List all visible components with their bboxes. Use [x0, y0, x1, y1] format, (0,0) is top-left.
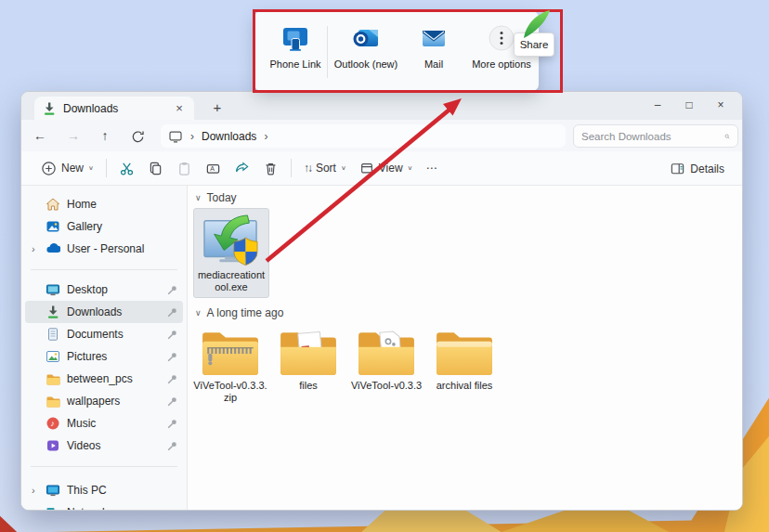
- rename-button[interactable]: A: [199, 155, 228, 181]
- section-header-label: Today: [207, 191, 237, 204]
- navigation-bar: ← → ↑ › Downloads ›: [21, 120, 742, 151]
- file-name: files: [298, 378, 319, 396]
- tab-close-icon[interactable]: ×: [172, 101, 187, 115]
- sidebar-item-wallpapers[interactable]: wallpapers: [25, 390, 183, 412]
- rename-icon: A: [205, 161, 221, 176]
- share-button[interactable]: [228, 155, 256, 181]
- view-icon: [359, 161, 374, 175]
- forward-button[interactable]: →: [62, 125, 85, 146]
- chevron-down-icon: ∨: [341, 164, 346, 171]
- network-icon: [46, 505, 60, 510]
- sort-icon: ↑↓: [304, 162, 311, 175]
- pin-icon: [165, 305, 179, 319]
- share-target-phone-link[interactable]: Phone Link: [258, 24, 332, 70]
- sidebar-item-network[interactable]: › Network: [25, 501, 183, 510]
- cut-button[interactable]: [112, 155, 141, 181]
- new-button[interactable]: New ∨: [34, 155, 100, 181]
- navigation-pane: Home Gallery › User - Personal: [21, 186, 188, 510]
- sidebar-item-label: Downloads: [67, 305, 159, 318]
- share-target-label: More options: [472, 58, 531, 70]
- sidebar-item-label: Documents: [67, 328, 159, 341]
- back-button[interactable]: ←: [29, 125, 51, 146]
- share-target-label: Mail: [424, 58, 443, 70]
- new-button-label: New: [61, 162, 84, 175]
- sidebar-item-label: Gallery: [67, 220, 183, 233]
- home-icon: [46, 197, 60, 212]
- expander-chevron-icon[interactable]: ›: [32, 243, 35, 254]
- maximize-button[interactable]: □: [673, 94, 705, 116]
- sidebar-item-desktop[interactable]: Desktop: [25, 279, 183, 301]
- search-input[interactable]: [581, 131, 724, 142]
- sidebar-item-label: between_pcs: [67, 372, 159, 385]
- address-bar[interactable]: › Downloads ›: [161, 124, 566, 148]
- new-tab-button[interactable]: +: [207, 98, 228, 117]
- expander-chevron-icon[interactable]: ›: [32, 485, 35, 496]
- downloads-icon: [46, 305, 60, 319]
- flyout-divider: [327, 26, 328, 78]
- folder-with-exe-icon: [356, 328, 417, 378]
- share-icon: [234, 161, 250, 176]
- more-options-icon: [488, 24, 515, 52]
- details-pane-icon: [670, 161, 685, 176]
- sidebar-item-music[interactable]: ♪ Music: [25, 412, 183, 435]
- videos-icon: [46, 438, 60, 453]
- file-vivetool-zip[interactable]: ViVeTool-v0.3.3.zip: [191, 323, 269, 408]
- sort-button[interactable]: ↑↓ Sort ∨: [297, 155, 353, 181]
- see-more-button[interactable]: ⋯: [419, 155, 443, 181]
- sidebar-item-this-pc[interactable]: › This PC: [25, 479, 183, 501]
- close-button[interactable]: ×: [705, 94, 736, 116]
- folder-icon: [434, 328, 495, 378]
- sidebar-item-between-pcs[interactable]: between_pcs: [25, 368, 183, 390]
- chevron-down-icon: ∨: [88, 164, 94, 171]
- refresh-icon: [131, 129, 145, 143]
- sort-button-label: Sort: [316, 162, 336, 175]
- breadcrumb-segment[interactable]: Downloads: [202, 130, 256, 143]
- share-target-mail[interactable]: Mail: [403, 24, 464, 70]
- onedrive-cloud-icon: [46, 241, 60, 256]
- folder-archival-files[interactable]: archival files: [425, 323, 503, 396]
- share-flyout: Phone Link Outlook (new) Mail More optio…: [254, 11, 539, 91]
- paste-icon: [176, 161, 192, 176]
- trash-icon: [263, 161, 279, 176]
- sidebar-item-label: Pictures: [67, 350, 159, 363]
- section-header-long-time-ago[interactable]: ∨ A long time ago: [195, 306, 283, 319]
- minimize-button[interactable]: –: [642, 94, 673, 116]
- green-swoosh-decoration: [522, 10, 552, 38]
- pin-icon: [165, 283, 179, 297]
- file-list: ∨ Today: [188, 186, 742, 510]
- pin-icon: [165, 350, 179, 364]
- search-box[interactable]: [573, 124, 738, 148]
- details-pane-button[interactable]: Details: [663, 156, 731, 182]
- sidebar-item-gallery[interactable]: Gallery: [25, 215, 183, 238]
- search-icon: [724, 130, 730, 143]
- sidebar-item-documents[interactable]: Documents: [25, 323, 183, 345]
- tab-downloads[interactable]: Downloads ×: [34, 97, 194, 120]
- new-plus-icon: [41, 161, 57, 176]
- tab-title: Downloads: [63, 102, 165, 115]
- file-mediacreationtool[interactable]: mediacreationtool.exe: [193, 208, 269, 298]
- folder-vivetool[interactable]: ViVeTool-v0.3.3: [347, 323, 425, 396]
- delete-button[interactable]: [256, 155, 285, 181]
- sidebar-item-pictures[interactable]: Pictures: [25, 345, 183, 368]
- chevron-down-icon: ∨: [408, 164, 413, 171]
- copy-button[interactable]: [141, 155, 170, 181]
- refresh-button[interactable]: [126, 125, 149, 146]
- file-explorer-window: Downloads × + – □ × ← → ↑ › Downloads: [20, 91, 743, 511]
- paste-button[interactable]: [170, 155, 199, 181]
- pin-icon: [165, 395, 179, 409]
- sidebar-item-onedrive-personal[interactable]: › User - Personal: [25, 238, 183, 260]
- outlook-icon: [352, 24, 380, 52]
- chevron-down-icon: ∨: [195, 193, 202, 202]
- sidebar-item-home[interactable]: Home: [25, 193, 183, 215]
- sidebar-item-label: Home: [67, 198, 183, 211]
- toolbar-divider: [106, 159, 107, 177]
- share-target-outlook[interactable]: Outlook (new): [329, 24, 403, 70]
- section-header-today[interactable]: ∨ Today: [195, 191, 237, 204]
- sidebar-item-videos[interactable]: Videos: [25, 435, 183, 457]
- expander-chevron-icon[interactable]: ›: [32, 507, 35, 510]
- folder-files[interactable]: files: [269, 323, 347, 396]
- view-button[interactable]: View ∨: [353, 155, 420, 181]
- up-button[interactable]: ↑: [94, 125, 116, 146]
- sidebar-item-downloads[interactable]: Downloads: [25, 301, 183, 323]
- phone-link-icon: [281, 24, 309, 52]
